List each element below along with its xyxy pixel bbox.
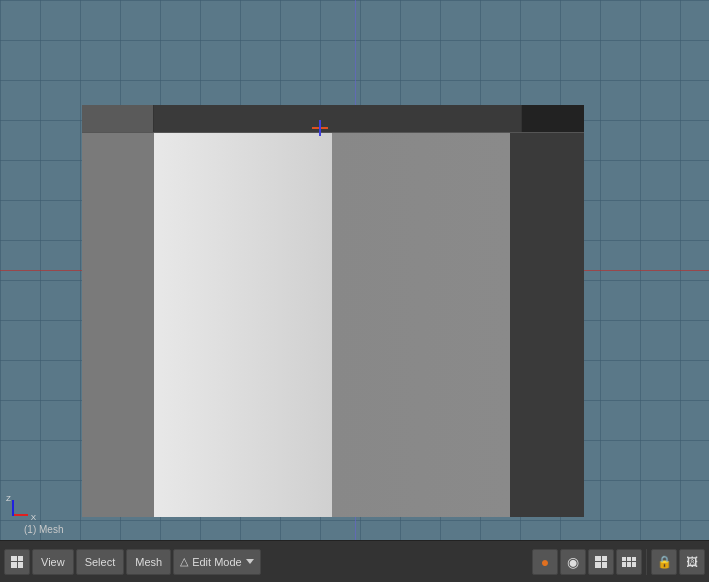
editor-type-button[interactable] — [4, 549, 30, 575]
image-button[interactable]: 🖼 — [679, 549, 705, 575]
select-menu-button[interactable]: Select — [76, 549, 125, 575]
mesh-label: Mesh — [135, 556, 162, 568]
axes-indicator: Z X — [6, 494, 34, 522]
toolbar-separator — [646, 549, 647, 575]
view-label: View — [41, 556, 65, 568]
panel-center-light — [154, 133, 332, 517]
editor-type-icon — [11, 556, 23, 568]
viewport[interactable]: Z X (1) Mesh — [0, 0, 709, 540]
lock-icon: 🔒 — [657, 555, 672, 569]
mode-icon: △ — [180, 555, 188, 568]
axis-z-label: Z — [6, 494, 11, 503]
quad-icon — [622, 557, 636, 567]
view-menu-button[interactable]: View — [32, 549, 74, 575]
object-top-seg2 — [154, 105, 522, 132]
panel-center-dark — [332, 133, 510, 517]
headphone-icon: ◉ — [567, 554, 579, 570]
mode-label: Edit Mode — [192, 556, 242, 568]
object-top-seg1 — [82, 105, 154, 132]
axis-x — [12, 514, 28, 516]
mesh-info: (1) Mesh — [24, 524, 63, 535]
axis-x-label: X — [31, 513, 36, 522]
cursor-v-line — [319, 120, 321, 136]
image-icon: 🖼 — [686, 555, 698, 569]
object-body — [82, 133, 584, 517]
pivot-cursor — [312, 120, 328, 136]
mode-selector[interactable]: △ Edit Mode — [173, 549, 261, 575]
render-icon: ● — [541, 554, 549, 570]
headphone-button[interactable]: ◉ — [560, 549, 586, 575]
right-icons: ● ◉ 🔒 — [532, 549, 705, 575]
3d-object — [82, 105, 584, 517]
panel-right — [510, 133, 584, 517]
render-button[interactable]: ● — [532, 549, 558, 575]
select-label: Select — [85, 556, 116, 568]
lock-button[interactable]: 🔒 — [651, 549, 677, 575]
panel-left — [82, 133, 154, 517]
bottom-toolbar: View Select Mesh △ Edit Mode ● ◉ — [0, 540, 709, 582]
quad-view-button[interactable] — [616, 549, 642, 575]
object-top-bar — [82, 105, 584, 133]
grid-icon — [595, 556, 607, 568]
axis-z — [12, 500, 14, 516]
mesh-label: (1) Mesh — [24, 524, 63, 535]
grid-button[interactable] — [588, 549, 614, 575]
mesh-menu-button[interactable]: Mesh — [126, 549, 171, 575]
chevron-down-icon — [246, 559, 254, 564]
object-top-seg3 — [522, 105, 584, 132]
